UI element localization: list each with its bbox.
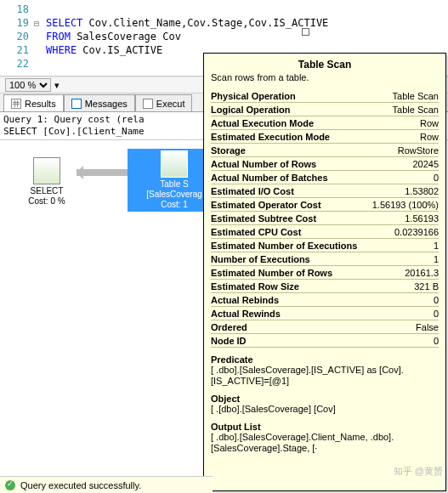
zoom-select[interactable]: 100 % <box>5 78 51 92</box>
line-num: 22 <box>0 58 34 70</box>
tooltip-prop-row: Estimated Subtree Cost1.56193 <box>211 212 439 225</box>
tooltip-prop-row: Actual Number of Rows20245 <box>211 157 439 171</box>
tooltip-predicate: Predicate [ .dbo].[SalesCoverage].[IS_AC… <box>211 354 439 387</box>
tooltip-prop-row: Estimated CPU Cost0.0239166 <box>211 225 439 239</box>
line-num: 18 <box>0 3 34 15</box>
tablescan-op-icon <box>161 150 188 178</box>
tooltip-prop-row: Estimated I/O Cost1.53802 <box>211 184 439 198</box>
tab-results[interactable]: Results <box>3 94 64 111</box>
line-num: 20 <box>0 31 34 42</box>
tooltip-prop-row: Estimated Execution ModeRow <box>211 130 439 144</box>
tooltip-prop-row: Estimated Number of Rows20161.3 <box>211 266 439 280</box>
tooltip-prop-row: Number of Executions1 <box>211 252 439 266</box>
status-bar: Query executed successfully. <box>0 476 213 493</box>
code-line[interactable]: SELECT Cov.Client_Name,Cov.Stage,Cov.IS_… <box>46 17 328 29</box>
plan-node-select[interactable]: SELECT Cost: 0 % <box>17 157 77 207</box>
tooltip-prop-row: Estimated Number of Executions1 <box>211 239 439 252</box>
success-icon <box>5 480 15 490</box>
messages-icon <box>71 99 82 109</box>
plan-arrow <box>77 169 128 176</box>
tab-messages[interactable]: Messages <box>64 94 135 111</box>
tooltip-title: Table Scan <box>211 59 439 71</box>
tooltip-output-list: Output List [ .dbo].[SalesCoverage].Clie… <box>211 422 439 454</box>
tooltip-prop-row: Actual Execution ModeRow <box>211 116 439 130</box>
tooltip-object: Object [ .[dbo].[SalesCoverage] [Cov] <box>211 394 439 415</box>
tooltip-prop-row: Node ID0 <box>211 334 439 348</box>
tooltip-subtitle: Scan rows from a table. <box>211 72 439 82</box>
tooltip-prop-row: Logical OperationTable Scan <box>211 103 439 116</box>
tooltip-prop-row: OrderedFalse <box>211 320 439 334</box>
tooltip-prop-row: Physical OperationTable Scan <box>211 89 439 103</box>
tooltip-prop-row: StorageRowStore <box>211 144 439 157</box>
status-text: Query executed successfully. <box>20 480 141 490</box>
line-num: 21 <box>0 44 34 56</box>
code-line[interactable]: FROM SalesCoverage Cov <box>46 31 181 42</box>
grid-icon <box>11 99 21 109</box>
tooltip-prop-row: Actual Number of Batches0 <box>211 171 439 184</box>
zoom-dash: ▾ <box>54 80 60 91</box>
tooltip-prop-row: Estimated Operator Cost1.56193 (100%) <box>211 198 439 212</box>
execplan-icon <box>143 99 153 109</box>
select-op-icon <box>33 157 60 184</box>
code-line[interactable]: WHERE Cov.IS_ACTIVE <box>46 44 162 56</box>
caret-marker <box>302 28 309 36</box>
tab-execution-plan[interactable]: Execut <box>135 94 193 111</box>
watermark: 知乎 @黄赟 <box>394 465 443 478</box>
line-num: 19 <box>0 17 34 29</box>
tooltip-prop-row: Estimated Row Size321 B <box>211 280 439 293</box>
fold-toggle[interactable]: ⊟ <box>34 19 46 28</box>
tooltip-properties: Physical OperationTable ScanLogical Oper… <box>211 89 439 348</box>
tooltip-prop-row: Actual Rebinds0 <box>211 293 439 307</box>
operator-tooltip: Table Scan Scan rows from a table. Physi… <box>203 53 446 491</box>
tooltip-prop-row: Actual Rewinds0 <box>211 307 439 320</box>
